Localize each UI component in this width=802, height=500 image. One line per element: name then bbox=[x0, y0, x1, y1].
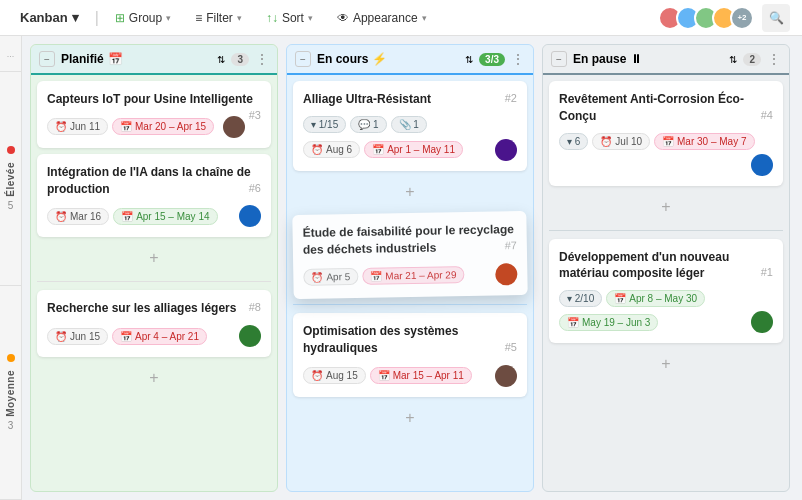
card-revetement-date1: ⏰ Jul 10 bbox=[592, 133, 650, 150]
board: − Planifié 📅 ⇅ 3 ⋮ Capteurs IoT pour Usi… bbox=[22, 36, 802, 500]
planifie-sort-icon[interactable]: ⇅ bbox=[217, 54, 225, 65]
elevee-num: 5 bbox=[8, 200, 14, 211]
calendar-icon5: 📅 bbox=[370, 270, 382, 281]
card-composite-meta: ▾ 2/10 📅 Apr 8 – May 30 📅 May 19 – Jun 3 bbox=[559, 290, 773, 333]
calendar-icon6: 📅 bbox=[378, 370, 390, 381]
card-ia-meta: ⏰ Mar 16 📅 Apr 15 – May 14 bbox=[47, 205, 261, 227]
side-header: ... bbox=[7, 49, 15, 59]
encours-add-med[interactable]: + bbox=[293, 403, 527, 433]
appearance-label: Appearance bbox=[353, 11, 418, 25]
card-etude-date1: ⏰ Apr 5 bbox=[303, 268, 358, 286]
card-etude-faisabilite[interactable]: Étude de faisabilité pour le recyclage d… bbox=[292, 211, 527, 299]
pause-count: 2 bbox=[743, 53, 761, 66]
card-revetement-avatar bbox=[751, 154, 773, 176]
card-alliages-date1: ⏰ Jun 15 bbox=[47, 328, 108, 345]
card-revetement-id: #4 bbox=[761, 108, 773, 123]
sort-label: Sort bbox=[282, 11, 304, 25]
pause-add-med[interactable]: + bbox=[549, 349, 783, 379]
calendar-icon: 📅 bbox=[120, 121, 132, 132]
pause-body: Revêtement Anti-Corrosion Éco-Conçu #4 ▾… bbox=[543, 75, 789, 491]
planifie-title: Planifié 📅 bbox=[61, 52, 211, 66]
filter-button[interactable]: ≡ Filter ▾ bbox=[187, 7, 250, 29]
card-alliages-meta: ⏰ Jun 15 📅 Apr 4 – Apr 21 bbox=[47, 325, 261, 347]
appearance-chevron: ▾ bbox=[422, 13, 427, 23]
planifie-add-med[interactable]: + bbox=[37, 363, 271, 393]
encours-emoji: ⚡ bbox=[372, 52, 387, 66]
clock-icon: ⏰ bbox=[55, 121, 67, 132]
clock-icon5: ⏰ bbox=[311, 271, 323, 282]
column-pause-header: − En pause ⏸ ⇅ 2 ⋮ bbox=[543, 45, 789, 75]
side-labels: ... Élevée 5 Moyenne 3 bbox=[0, 36, 22, 500]
card-etude-date2: 📅 Mar 21 – Apr 29 bbox=[362, 266, 464, 285]
clock-icon2: ⏰ bbox=[55, 211, 67, 222]
encours-body: Alliage Ultra-Résistant #2 ▾ 1/15 💬 1 📎 … bbox=[287, 75, 533, 491]
card-alliages-id: #8 bbox=[249, 300, 261, 315]
card-revetement-progress: ▾ 6 bbox=[559, 133, 588, 150]
encours-expand[interactable]: − bbox=[295, 51, 311, 67]
card-hydrauliques-date2: 📅 Mar 15 – Apr 11 bbox=[370, 367, 472, 384]
encours-label: En cours bbox=[317, 52, 368, 66]
encours-count: 3/3 bbox=[479, 53, 505, 66]
card-composite: Développement d'un nouveau matériau comp… bbox=[549, 239, 783, 344]
group-chevron: ▾ bbox=[166, 13, 171, 23]
card-capteurs-title: Capteurs IoT pour Usine Intelligente #3 bbox=[47, 91, 261, 108]
pause-menu[interactable]: ⋮ bbox=[767, 51, 781, 67]
planifie-label: Planifié bbox=[61, 52, 104, 66]
pause-add-high[interactable]: + bbox=[549, 192, 783, 222]
card-hydrauliques-date1: ⏰ Aug 15 bbox=[303, 367, 366, 384]
card-alliage-date1: ⏰ Aug 6 bbox=[303, 141, 360, 158]
nav-separator: | bbox=[95, 9, 99, 27]
sort-icon: ↑↓ bbox=[266, 11, 278, 25]
encours-sort-icon[interactable]: ⇅ bbox=[465, 54, 473, 65]
pause-expand[interactable]: − bbox=[551, 51, 567, 67]
filter-chevron: ▾ bbox=[237, 13, 242, 23]
nav-right-section: +2 🔍 bbox=[658, 4, 790, 32]
card-composite-title: Développement d'un nouveau matériau comp… bbox=[559, 249, 773, 283]
card-alliage-title: Alliage Ultra-Résistant #2 bbox=[303, 91, 517, 108]
clock-icon6: ⏰ bbox=[311, 370, 323, 381]
clock-icon4: ⏰ bbox=[311, 144, 323, 155]
card-etude-meta: ⏰ Apr 5 📅 Mar 21 – Apr 29 bbox=[303, 263, 517, 289]
search-button[interactable]: 🔍 bbox=[762, 4, 790, 32]
card-revetement-meta: ▾ 6 ⏰ Jul 10 📅 Mar 30 – May 7 bbox=[559, 133, 773, 176]
card-ia-avatar bbox=[239, 205, 261, 227]
card-revetement-title: Revêtement Anti-Corrosion Éco-Conçu #4 bbox=[559, 91, 773, 125]
card-revetement: Revêtement Anti-Corrosion Éco-Conçu #4 ▾… bbox=[549, 81, 783, 186]
card-composite-avatar bbox=[751, 311, 773, 333]
calendar-icon4: 📅 bbox=[372, 144, 384, 155]
card-alliage-dates: ⏰ Aug 6 📅 Apr 1 – May 11 bbox=[303, 139, 517, 161]
priority-moyenne-label: Moyenne 3 bbox=[0, 286, 21, 500]
card-ia-date2: 📅 Apr 15 – May 14 bbox=[113, 208, 217, 225]
card-alliage-avatar bbox=[495, 139, 517, 161]
top-navigation: Kanban ▾ | ⊞ Group ▾ ≡ Filter ▾ ↑↓ Sort … bbox=[0, 0, 802, 36]
encours-title: En cours ⚡ bbox=[317, 52, 459, 66]
card-alliages-title: Recherche sur les alliages légers #8 bbox=[47, 300, 261, 317]
moyenne-text: Moyenne bbox=[5, 370, 16, 417]
column-pause: − En pause ⏸ ⇅ 2 ⋮ Revêtement Anti-Corro… bbox=[542, 44, 790, 492]
pause-sort-icon[interactable]: ⇅ bbox=[729, 54, 737, 65]
card-composite-date1: 📅 Apr 8 – May 30 bbox=[606, 290, 705, 307]
kanban-label: Kanban bbox=[20, 10, 68, 25]
card-hydrauliques-title: Optimisation des systèmes hydrauliques #… bbox=[303, 323, 517, 357]
moyenne-num: 3 bbox=[8, 420, 14, 431]
card-alliage-comment: 💬 1 bbox=[350, 116, 386, 133]
planifie-expand[interactable]: − bbox=[39, 51, 55, 67]
card-alliage-attach: 📎 1 bbox=[391, 116, 427, 133]
planifie-add-high[interactable]: + bbox=[37, 243, 271, 273]
filter-icon: ≡ bbox=[195, 11, 202, 25]
card-ia-id: #6 bbox=[249, 181, 261, 196]
encours-menu[interactable]: ⋮ bbox=[511, 51, 525, 67]
planifie-emoji: 📅 bbox=[108, 52, 123, 66]
appearance-button[interactable]: 👁 Appearance ▾ bbox=[329, 7, 435, 29]
encours-add-high[interactable]: + bbox=[293, 177, 527, 207]
card-alliage-resistant: Alliage Ultra-Résistant #2 ▾ 1/15 💬 1 📎 … bbox=[293, 81, 527, 171]
priority-orange-dot bbox=[7, 354, 15, 362]
group-button[interactable]: ⊞ Group ▾ bbox=[107, 7, 179, 29]
sort-button[interactable]: ↑↓ Sort ▾ bbox=[258, 7, 321, 29]
card-alliage-date2: 📅 Apr 1 – May 11 bbox=[364, 141, 463, 158]
planifie-count: 3 bbox=[231, 53, 249, 66]
calendar-icon3: 📅 bbox=[120, 331, 132, 342]
planifie-menu[interactable]: ⋮ bbox=[255, 51, 269, 67]
kanban-brand[interactable]: Kanban ▾ bbox=[12, 6, 87, 29]
card-composite-date2: 📅 May 19 – Jun 3 bbox=[559, 314, 658, 331]
